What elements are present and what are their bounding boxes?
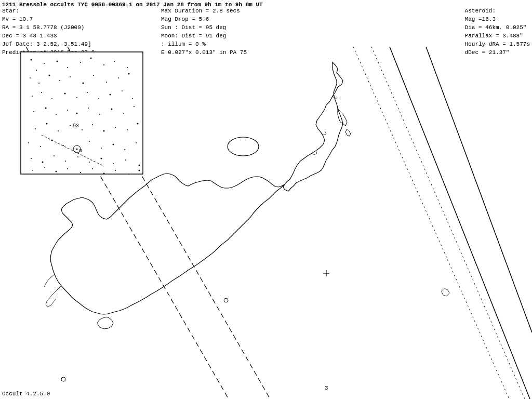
svg-point-35 <box>67 110 68 111</box>
svg-point-46 <box>82 129 83 130</box>
shadow-ellipse <box>228 137 259 156</box>
star-chart-box <box>21 52 143 174</box>
svg-point-6 <box>67 67 68 68</box>
svg-point-66 <box>42 162 44 163</box>
svg-point-61 <box>101 148 102 149</box>
svg-point-73 <box>125 159 126 161</box>
svg-point-75 <box>32 170 33 171</box>
asteroid-parallax: Parallax = 3.488" <box>465 32 530 41</box>
svg-point-39 <box>111 109 113 110</box>
svg-point-71 <box>101 158 102 159</box>
svg-point-60 <box>89 141 90 142</box>
svg-point-72 <box>113 163 114 164</box>
svg-point-32 <box>33 111 34 112</box>
asteroid-label: Asteroid: <box>465 7 530 16</box>
svg-point-8 <box>90 58 92 59</box>
svg-point-5 <box>57 61 58 62</box>
max-duration: Max Duration = 2.8 secs <box>161 7 247 16</box>
shadow-limit-outer-solid <box>426 47 532 332</box>
svg-point-36 <box>76 113 78 114</box>
svg-point-59 <box>63 145 64 146</box>
svg-point-3 <box>44 63 45 64</box>
svg-point-45 <box>70 125 71 126</box>
svg-point-17 <box>83 83 84 84</box>
small-island <box>442 288 449 296</box>
svg-point-15 <box>59 80 60 81</box>
shadow-path-dotted-2 <box>371 47 525 399</box>
svg-point-67 <box>54 155 55 156</box>
svg-point-7 <box>80 62 81 63</box>
svg-point-11 <box>127 67 128 68</box>
svg-point-34 <box>56 114 57 115</box>
shadow-path-dotted-1 <box>353 47 509 399</box>
svg-point-80 <box>92 168 93 169</box>
map-svg: 3 <box>0 47 532 399</box>
svg-point-33 <box>45 108 47 109</box>
svg-point-27 <box>87 92 88 93</box>
svg-point-49 <box>115 127 116 128</box>
svg-point-22 <box>32 96 33 97</box>
dec-value: Dec = 3 48 1.433 <box>2 32 95 41</box>
north-island-outline <box>283 62 343 191</box>
mag-drop: Mag Drop = 5.6 <box>161 16 247 24</box>
svg-point-30 <box>122 90 123 91</box>
svg-point-19 <box>106 82 107 83</box>
svg-text:α: α <box>79 147 82 153</box>
svg-point-37 <box>88 108 89 109</box>
star-label: Star: <box>2 7 95 16</box>
ra-value: RA = 3 1 58.7778 (J2000) <box>2 24 95 32</box>
svg-point-13 <box>38 83 39 84</box>
svg-point-65 <box>31 158 32 159</box>
svg-point-2 <box>31 59 32 61</box>
svg-point-29 <box>110 94 111 96</box>
svg-point-20 <box>118 77 119 78</box>
svg-point-25 <box>64 93 66 95</box>
svg-point-16 <box>70 76 71 77</box>
svg-point-79 <box>80 172 81 173</box>
svg-point-51 <box>137 123 139 125</box>
svg-point-83 <box>128 174 129 175</box>
svg-point-84 <box>139 170 140 171</box>
svg-point-78 <box>67 168 68 169</box>
occult-version: Occult 4.2.5.0 <box>2 391 50 397</box>
svg-point-48 <box>103 130 105 132</box>
shadow-number: 3 <box>325 385 328 391</box>
svg-point-82 <box>115 170 116 171</box>
asteroid-mag: Mag =16.3 <box>465 16 530 24</box>
shadow-limit-right-solid <box>390 47 530 399</box>
svg-point-70 <box>89 162 90 163</box>
svg-point-12 <box>30 77 31 78</box>
svg-point-31 <box>132 98 133 99</box>
svg-point-63 <box>124 149 125 150</box>
svg-point-26 <box>76 97 77 98</box>
svg-point-38 <box>99 114 100 115</box>
svg-point-41 <box>134 106 135 107</box>
mv-value: Mv = 10.7 <box>2 16 95 24</box>
svg-point-74 <box>139 165 140 166</box>
svg-point-50 <box>127 129 128 130</box>
svg-point-10 <box>114 61 115 62</box>
svg-text:93: 93 <box>73 123 79 129</box>
location-marker-1 <box>224 298 228 302</box>
svg-point-18 <box>93 75 94 76</box>
svg-point-68 <box>65 161 66 162</box>
asteroid-dia: Dia = 46km, 0.025" <box>465 24 530 32</box>
sun-dist: Sun : Dist = 95 deg <box>161 24 247 32</box>
svg-point-4 <box>36 70 37 71</box>
svg-point-77 <box>56 171 57 172</box>
svg-point-69 <box>77 156 78 157</box>
svg-point-9 <box>103 64 104 65</box>
svg-point-28 <box>98 98 99 99</box>
svg-point-42 <box>35 128 36 129</box>
svg-point-14 <box>49 75 50 76</box>
svg-point-56 <box>28 142 29 143</box>
svg-point-52 <box>76 149 78 150</box>
svg-point-57 <box>40 146 41 147</box>
svg-point-21 <box>128 73 130 75</box>
map-area: 3 <box>0 47 532 399</box>
location-marker-2 <box>61 377 65 381</box>
svg-point-23 <box>41 92 42 93</box>
svg-point-44 <box>58 130 59 131</box>
svg-point-58 <box>51 140 53 141</box>
main-container: 1211 Bressole occults TYC 0058-00369-1 o… <box>0 0 532 399</box>
